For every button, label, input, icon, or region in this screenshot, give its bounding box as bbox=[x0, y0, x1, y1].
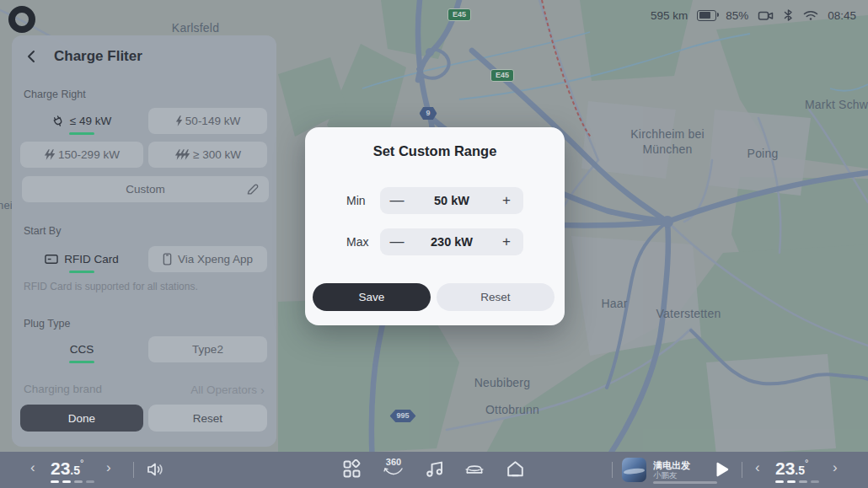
max-stepper: — 230 kW + bbox=[380, 228, 523, 255]
option-ge-300kw[interactable]: ≥ 300 kW bbox=[148, 142, 267, 168]
section-label-charge-right: Charge Right bbox=[24, 88, 86, 100]
passenger-temperature[interactable]: 23.5° bbox=[775, 458, 808, 479]
max-value: 230 kW bbox=[431, 235, 473, 249]
battery-icon bbox=[697, 10, 716, 21]
option-label: 50-149 kW bbox=[185, 115, 240, 127]
divider bbox=[133, 462, 134, 478]
temp-right-decrease[interactable]: ‹ bbox=[755, 459, 760, 476]
min-stepper: — 50 kW + bbox=[380, 187, 523, 214]
min-value: 50 kW bbox=[434, 194, 469, 207]
divider bbox=[612, 462, 613, 478]
charging-brand-label: Charging brand bbox=[24, 383, 102, 397]
range-value: 595 km bbox=[651, 9, 688, 22]
status-bar: 595 km 85% 08:45 bbox=[651, 8, 856, 22]
temp-whole: 23 bbox=[775, 459, 795, 478]
custom-label: Custom bbox=[126, 183, 165, 196]
save-button[interactable]: Save bbox=[313, 283, 431, 311]
plug-icon bbox=[52, 115, 64, 127]
driver-temperature[interactable]: 23.5° bbox=[51, 458, 83, 479]
plus-button[interactable]: + bbox=[490, 187, 523, 214]
option-rfid-card[interactable]: RFID Card bbox=[20, 246, 143, 272]
max-label: Max bbox=[346, 235, 368, 249]
album-art[interactable] bbox=[622, 458, 646, 482]
temp-decimal: .5 bbox=[70, 464, 80, 477]
xpeng-logo-icon bbox=[8, 6, 35, 33]
view-360-label: 360 bbox=[381, 457, 406, 467]
speaker-icon[interactable] bbox=[145, 459, 165, 480]
charge-filter-panel: Charge Fliter Charge Right ≤ 49 kW 50-14… bbox=[12, 35, 276, 447]
bolt-icon bbox=[175, 115, 179, 126]
option-50-149kw[interactable]: 50-149 kW bbox=[148, 108, 267, 134]
selected-underline bbox=[69, 271, 94, 273]
rfid-note: RFID Card is supported for all stations. bbox=[24, 281, 198, 292]
temp-left-decrease[interactable]: ‹ bbox=[30, 459, 35, 476]
dashcam-icon bbox=[758, 9, 774, 22]
divider bbox=[742, 462, 742, 478]
infotainment-screen: Karlsfeld nei Kirchheim bei München Poin… bbox=[0, 0, 868, 488]
option-150-299kw[interactable]: 150-299 kW bbox=[20, 142, 143, 168]
option-ccs[interactable]: CCS bbox=[20, 336, 143, 362]
temp-whole: 23 bbox=[51, 459, 70, 478]
option-label: Type2 bbox=[192, 343, 223, 356]
modal-title: Set Custom Range bbox=[305, 143, 565, 159]
done-button[interactable]: Done bbox=[20, 405, 143, 432]
option-via-xpeng-app[interactable]: Via Xpeng App bbox=[148, 246, 267, 272]
option-label: ≤ 49 kW bbox=[70, 115, 111, 127]
custom-range-button[interactable]: Custom bbox=[22, 176, 269, 202]
option-type2[interactable]: Type2 bbox=[148, 336, 267, 362]
min-label: Min bbox=[346, 194, 366, 207]
bluetooth-icon bbox=[783, 8, 794, 22]
degree-symbol: ° bbox=[805, 458, 808, 468]
edit-pen-icon bbox=[246, 183, 259, 196]
apps-grid-icon[interactable] bbox=[342, 459, 362, 479]
charging-brand-row[interactable]: Charging brand All Operators › bbox=[24, 383, 265, 397]
temp-left-increase[interactable]: › bbox=[106, 459, 111, 476]
option-label: CCS bbox=[70, 343, 94, 356]
panel-reset-button[interactable]: Reset bbox=[148, 405, 267, 432]
chevron-right-icon: › bbox=[260, 383, 265, 397]
home-icon[interactable] bbox=[506, 459, 525, 479]
minus-button[interactable]: — bbox=[380, 187, 414, 214]
fan-level-indicator bbox=[775, 480, 819, 483]
minus-button[interactable]: — bbox=[380, 228, 414, 255]
modal-reset-button[interactable]: Reset bbox=[437, 283, 555, 311]
degree-symbol: ° bbox=[80, 458, 83, 468]
double-bolt-icon bbox=[44, 149, 52, 160]
play-icon[interactable] bbox=[712, 460, 731, 479]
song-progress-bar bbox=[653, 481, 717, 484]
triple-bolt-icon bbox=[174, 149, 187, 160]
option-label: ≥ 300 kW bbox=[193, 148, 241, 161]
song-artist: 小鹏友 bbox=[653, 470, 678, 481]
fan-level-indicator bbox=[51, 480, 94, 483]
charging-brand-value: All Operators bbox=[190, 383, 257, 396]
plus-button[interactable]: + bbox=[490, 228, 523, 255]
section-label-start-by: Start By bbox=[24, 225, 61, 237]
selected-underline bbox=[69, 132, 94, 135]
car-icon[interactable] bbox=[463, 459, 485, 479]
option-le-49kw[interactable]: ≤ 49 kW bbox=[20, 108, 143, 134]
section-label-plug-type: Plug Type bbox=[24, 318, 70, 330]
view-360-icon[interactable]: 360 bbox=[381, 457, 406, 476]
music-icon[interactable] bbox=[425, 459, 444, 479]
temp-right-increase[interactable]: › bbox=[833, 459, 838, 476]
wifi-icon bbox=[803, 9, 818, 21]
set-custom-range-modal: Set Custom Range Min — 50 kW + Max — 230… bbox=[305, 127, 565, 325]
selected-underline bbox=[69, 361, 94, 363]
clock-time: 08:45 bbox=[828, 9, 856, 22]
rfid-card-icon bbox=[45, 254, 58, 265]
panel-title: Charge Fliter bbox=[54, 48, 142, 65]
option-label: Via Xpeng App bbox=[178, 253, 253, 265]
option-label: 150-299 kW bbox=[58, 148, 120, 161]
option-label: RFID Card bbox=[64, 253, 119, 265]
battery-percent: 85% bbox=[726, 9, 748, 22]
bottom-dock: ‹ 23.5° › 360 bbox=[0, 452, 868, 488]
back-button[interactable] bbox=[24, 48, 40, 65]
temp-decimal: .5 bbox=[795, 464, 805, 477]
phone-icon bbox=[163, 253, 172, 265]
chevron-left-icon bbox=[24, 48, 40, 65]
